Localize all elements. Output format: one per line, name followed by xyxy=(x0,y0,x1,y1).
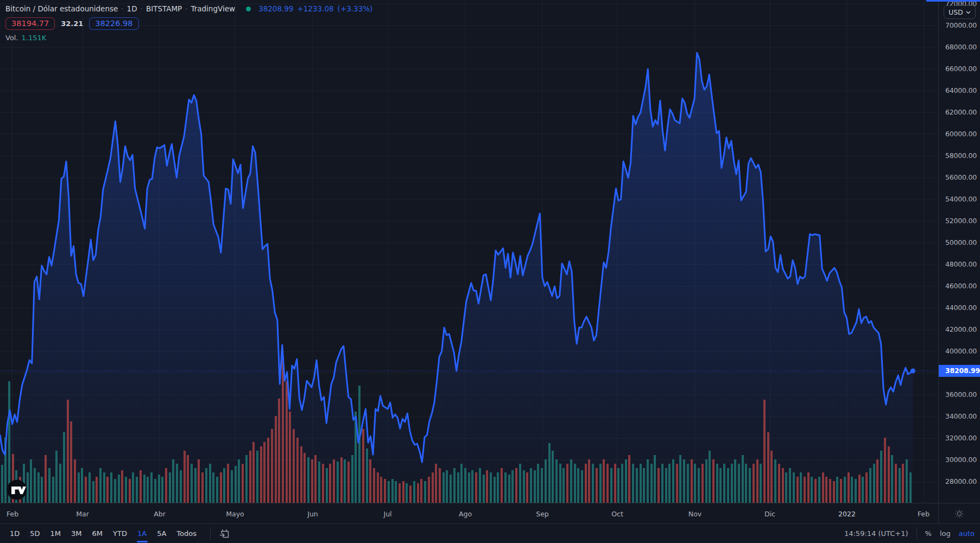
range-button-YTD[interactable]: YTD xyxy=(109,527,131,540)
price-change-value: +1233.08 xyxy=(297,4,333,13)
price-change-percent: (+3.33%) xyxy=(338,4,373,13)
sun-icon xyxy=(955,509,964,518)
price-axis-label: 52000.00 xyxy=(945,217,977,225)
price-axis-label: 62000.00 xyxy=(945,108,977,116)
range-button-5D[interactable]: 5D xyxy=(26,527,44,540)
separator-dot: · xyxy=(121,4,123,13)
time-axis-label-Feb: Feb xyxy=(918,509,930,517)
clock-readout[interactable]: 14:59:14 (UTC+1) xyxy=(844,529,908,538)
time-axis-label-Sep: Sep xyxy=(536,509,549,517)
time-axis-label-Abr: Abr xyxy=(154,509,166,517)
price-axis-label: 48000.00 xyxy=(945,260,977,268)
percent-scale-button[interactable]: % xyxy=(925,529,932,538)
provider-label[interactable]: TradingView xyxy=(191,4,235,13)
chart-legend: Bitcoin / Dólar estadounidense · 1D · BI… xyxy=(5,4,372,42)
separator-dot: · xyxy=(141,4,143,13)
interval-label[interactable]: 1D xyxy=(127,4,137,13)
currency-label: USD xyxy=(949,8,963,16)
sell-button[interactable]: 38194.77 xyxy=(5,17,55,30)
price-axis-label: 60000.00 xyxy=(945,130,977,138)
time-axis-label-Jul: Jul xyxy=(383,509,391,517)
tradingview-chart-window: Bitcoin / Dólar estadounidense · 1D · BI… xyxy=(0,0,980,543)
range-button-Todos[interactable]: Todos xyxy=(172,527,201,540)
exchange-label[interactable]: BITSTAMP xyxy=(146,4,182,13)
price-axis-label: 44000.00 xyxy=(945,304,977,312)
symbol-header-row: Bitcoin / Dólar estadounidense · 1D · BI… xyxy=(5,4,372,13)
volume-label: Vol. xyxy=(5,34,18,42)
price-axis-label: 36000.00 xyxy=(945,390,977,399)
time-axis-label-Ago: Ago xyxy=(459,509,472,517)
price-axis-label: 64000.00 xyxy=(945,86,977,94)
price-scale[interactable]: USD 38208.99 72000.0070000.0068000.00660… xyxy=(938,0,980,503)
top-blue-strip xyxy=(926,0,980,2)
chart-plot-area[interactable]: Bitcoin / Dólar estadounidense · 1D · BI… xyxy=(0,0,938,503)
volume-readout-row: Vol. 1.151K xyxy=(5,34,372,42)
range-button-5A[interactable]: 5A xyxy=(153,527,170,540)
price-axis-label: 54000.00 xyxy=(945,195,977,203)
symbol-title[interactable]: Bitcoin / Dólar estadounidense xyxy=(5,4,118,13)
toolbar-divider xyxy=(210,528,211,540)
last-price-readout: 38208.99 +1233.08 (+3.33%) xyxy=(258,4,372,13)
time-axis-label-Mar: Mar xyxy=(76,509,89,517)
price-axis-label: 28000.00 xyxy=(945,477,977,485)
price-area-fill xyxy=(0,53,913,503)
price-axis-label: 50000.00 xyxy=(945,238,977,247)
price-axis-label: 56000.00 xyxy=(945,173,977,181)
volume-value: 1.151K xyxy=(22,34,47,42)
time-scale[interactable]: FebMarAbrMayoJunJulAgoSepOctNovDic2022Fe… xyxy=(0,503,938,523)
range-button-3M[interactable]: 3M xyxy=(67,527,86,540)
go-to-date-icon xyxy=(219,528,231,540)
price-axis-label: 66000.00 xyxy=(945,65,977,73)
toolbar-right-group: 14:59:14 (UTC+1) % log auto xyxy=(844,528,980,540)
scale-corner-button[interactable] xyxy=(938,503,980,523)
price-chart-canvas[interactable] xyxy=(0,0,938,503)
time-axis-label-Mayo: Mayo xyxy=(226,509,244,517)
currency-dropdown[interactable]: USD xyxy=(944,5,976,19)
price-axis-label: 58000.00 xyxy=(945,151,977,160)
auto-scale-button[interactable]: auto xyxy=(959,529,975,538)
bottom-toolbar: 1D5D1M3M6MYTD1A5ATodos 14:59:14 (UTC+1) … xyxy=(0,523,980,543)
go-to-date-button[interactable] xyxy=(219,528,231,540)
price-axis-label: 70000.00 xyxy=(945,21,977,29)
price-axis-label: 34000.00 xyxy=(945,412,977,420)
range-button-6M[interactable]: 6M xyxy=(88,527,108,540)
toolbar-divider xyxy=(916,528,917,540)
time-axis-label-Feb: Feb xyxy=(7,509,18,517)
tradingview-logo[interactable] xyxy=(7,479,27,502)
last-price-axis-label: 38208.99 xyxy=(939,365,980,377)
spread-value: 32.21 xyxy=(60,20,84,28)
time-axis-label-Dic: Dic xyxy=(764,509,775,517)
tradingview-logo-icon xyxy=(7,479,27,500)
price-axis-label: 68000.00 xyxy=(945,43,977,51)
price-axis-label: 40000.00 xyxy=(945,347,977,355)
time-axis-label-Nov: Nov xyxy=(688,509,701,517)
range-selector: 1D5D1M3M6MYTD1A5ATodos xyxy=(0,527,231,540)
range-button-1D[interactable]: 1D xyxy=(5,527,24,540)
price-axis-label: 42000.00 xyxy=(945,325,977,333)
market-status-icon[interactable] xyxy=(246,7,251,11)
time-axis-label-Jun: Jun xyxy=(307,509,318,517)
log-scale-button[interactable]: log xyxy=(940,529,951,538)
separator-dot: · xyxy=(185,4,187,13)
price-axis-label: 30000.00 xyxy=(945,456,977,464)
price-axis-label: 32000.00 xyxy=(945,434,977,442)
time-axis-label-Oct: Oct xyxy=(611,509,623,517)
last-price-value: 38208.99 xyxy=(258,4,293,13)
time-axis-label-2022: 2022 xyxy=(838,509,856,517)
order-buttons-row: 38194.77 32.21 38226.98 xyxy=(5,17,372,30)
range-button-1M[interactable]: 1M xyxy=(46,527,66,540)
chevron-down-icon xyxy=(966,11,971,14)
buy-button[interactable]: 38226.98 xyxy=(89,17,138,30)
range-button-1A[interactable]: 1A xyxy=(133,527,151,540)
price-axis-label: 46000.00 xyxy=(945,282,977,290)
